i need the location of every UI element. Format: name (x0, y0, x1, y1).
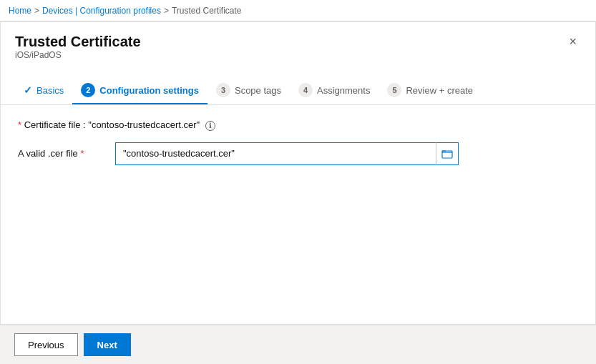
breadcrumb-sep2: > (164, 6, 169, 16)
file-required-star: * (80, 148, 84, 159)
step-basics-label: Basics (36, 85, 64, 96)
breadcrumb: Home > Devices | Configuration profiles … (0, 0, 596, 21)
step-2-circle: 2 (81, 83, 95, 97)
breadcrumb-current: Trusted Certificate (172, 6, 242, 16)
page-title: Trusted Certificate (15, 34, 141, 50)
step-assignments-label: Assignments (317, 85, 370, 96)
step-scope[interactable]: 3 Scope tags (207, 77, 290, 104)
folder-icon (441, 148, 453, 159)
file-browse-button[interactable] (436, 142, 459, 165)
step-assignments[interactable]: 4 Assignments (290, 77, 378, 104)
breadcrumb-home[interactable]: Home (9, 6, 31, 16)
page-subtitle: iOS/iPadOS (15, 50, 141, 60)
step-4-circle: 4 (298, 83, 313, 97)
cert-file-label: * Certificate file : "contoso-trustedcac… (18, 119, 578, 131)
step-basics[interactable]: ✓ Basics (15, 79, 72, 103)
step-configuration[interactable]: 2 Configuration settings (72, 77, 207, 104)
breadcrumb-sep1: > (34, 6, 39, 16)
file-field-label: A valid .cer file * (18, 148, 104, 159)
wizard-steps: ✓ Basics 2 Configuration settings 3 Scop… (15, 70, 581, 104)
step-scope-label: Scope tags (235, 85, 281, 96)
check-icon: ✓ (24, 84, 32, 96)
step-configuration-label: Configuration settings (99, 85, 199, 96)
step-review-label: Review + create (406, 85, 473, 96)
file-input-wrapper (115, 142, 459, 165)
info-icon[interactable]: ℹ (205, 121, 215, 131)
main-panel: Trusted Certificate iOS/iPadOS × ✓ Basic… (0, 21, 596, 325)
panel-header: Trusted Certificate iOS/iPadOS × ✓ Basic… (1, 22, 595, 105)
step-5-circle: 5 (387, 83, 401, 97)
previous-button[interactable]: Previous (14, 333, 78, 356)
next-button[interactable]: Next (84, 333, 131, 356)
file-text-input[interactable] (115, 142, 436, 165)
close-button[interactable]: × (565, 34, 581, 49)
content-area: * Certificate file : "contoso-trustedcac… (1, 105, 595, 324)
file-field-row: A valid .cer file * (18, 142, 578, 165)
breadcrumb-devices[interactable]: Devices | Configuration profiles (42, 6, 161, 16)
step-3-circle: 3 (216, 83, 230, 97)
footer: Previous Next (0, 325, 596, 364)
svg-rect-1 (442, 150, 446, 152)
required-star: * (18, 119, 21, 130)
step-review[interactable]: 5 Review + create (378, 77, 482, 104)
